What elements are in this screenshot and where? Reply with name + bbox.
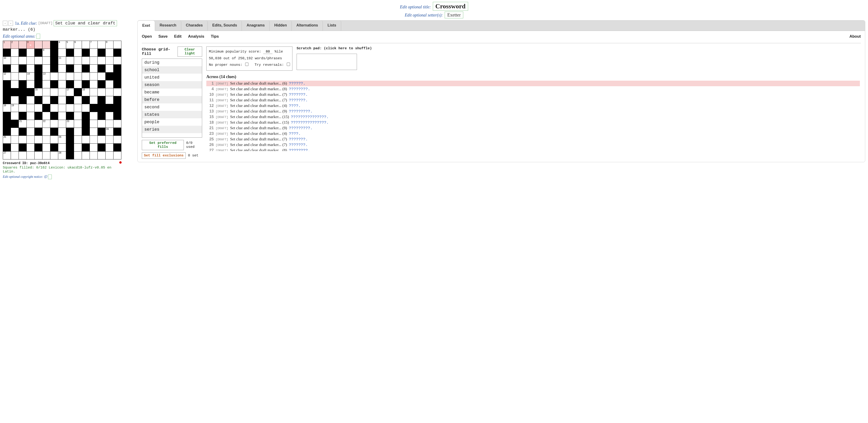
grid-cell[interactable]	[58, 88, 66, 96]
grid-cell[interactable]	[66, 65, 74, 73]
grid-cell[interactable]	[35, 96, 42, 104]
grid-cell[interactable]	[114, 57, 121, 65]
grid-cell[interactable]	[98, 112, 105, 120]
grid-cell[interactable]	[50, 80, 58, 88]
grid-cell[interactable]: 2	[11, 41, 19, 49]
grid-cell[interactable]	[105, 136, 114, 144]
grid-cell[interactable]	[66, 128, 74, 136]
grid-cell[interactable]	[98, 151, 105, 160]
grid-cell[interactable]	[50, 112, 58, 120]
grid-cell[interactable]: 5	[66, 41, 74, 49]
grid-cell[interactable]	[90, 73, 98, 80]
grid-cell[interactable]	[66, 80, 74, 88]
tab-research[interactable]: Research	[155, 21, 181, 31]
grid-cell[interactable]	[35, 120, 42, 128]
grid-cell[interactable]	[74, 151, 82, 160]
grid-cell[interactable]	[19, 136, 27, 144]
grid-cell[interactable]: 16	[82, 88, 90, 96]
grid-cell[interactable]	[82, 57, 90, 65]
grid-cell[interactable]	[58, 73, 66, 80]
clue-row[interactable]: 25[DRAFT]Set clue and clear draft marker…	[206, 136, 860, 142]
scratch-pad-input[interactable]	[297, 54, 357, 70]
grid-cell[interactable]	[98, 80, 105, 88]
word-suggestion[interactable]: school	[142, 66, 202, 74]
grid-cell[interactable]	[58, 128, 66, 136]
grid-cell[interactable]	[90, 80, 98, 88]
grid-cell[interactable]	[90, 151, 98, 160]
grid-cell[interactable]	[58, 112, 66, 120]
grid-cell[interactable]: 15	[35, 88, 42, 96]
word-suggestion[interactable]: before	[142, 96, 202, 104]
grid-cell[interactable]	[50, 41, 58, 49]
tab-exet[interactable]: Exet	[137, 21, 155, 31]
grid-cell[interactable]	[3, 96, 11, 104]
grid-cell[interactable]	[98, 144, 105, 151]
try-reversals-checkbox[interactable]	[287, 62, 290, 66]
grid-cell[interactable]	[19, 41, 27, 49]
grid-cell[interactable]	[90, 112, 98, 120]
grid-cell[interactable]	[98, 65, 105, 73]
grid-cell[interactable]	[82, 104, 90, 112]
grid-cell[interactable]: 12	[3, 73, 11, 80]
grid-cell[interactable]	[27, 112, 35, 120]
grid-cell[interactable]: 13	[42, 73, 50, 80]
grid-cell[interactable]: 28	[58, 151, 66, 160]
grid-cell[interactable]	[50, 104, 58, 112]
grid-cell[interactable]	[3, 49, 11, 57]
grid-cell[interactable]	[35, 65, 42, 73]
grid-cell[interactable]: 21	[19, 120, 27, 128]
grid-cell[interactable]	[114, 136, 121, 144]
grid-cell[interactable]	[27, 88, 35, 96]
grid-cell[interactable]	[98, 128, 105, 136]
grid-cell[interactable]	[90, 104, 98, 112]
tab-lists[interactable]: Lists	[323, 21, 341, 31]
grid-cell[interactable]	[90, 120, 98, 128]
grid-cell[interactable]	[42, 41, 50, 49]
grid-cell[interactable]: 7	[90, 41, 98, 49]
grid-cell[interactable]	[19, 112, 27, 120]
clue-row[interactable]: 4[DRAFT]Set clue and clear draft marker.…	[206, 86, 860, 92]
grid-cell[interactable]	[105, 151, 114, 160]
grid-cell[interactable]	[27, 151, 35, 160]
grid-cell[interactable]	[74, 96, 82, 104]
grid-cell[interactable]	[82, 112, 90, 120]
crossword-grid[interactable]: 12|▸345678910111214131517161819212223242…	[3, 41, 121, 160]
grid-cell[interactable]	[42, 96, 50, 104]
grid-cell[interactable]	[82, 128, 90, 136]
grid-cell[interactable]	[35, 136, 42, 144]
grid-cell[interactable]	[98, 96, 105, 104]
grid-cell[interactable]	[82, 41, 90, 49]
grid-cell[interactable]	[50, 96, 58, 104]
grid-cell[interactable]: 10	[3, 57, 11, 65]
grid-cell[interactable]: 24	[105, 128, 114, 136]
grid-cell[interactable]	[27, 128, 35, 136]
grid-cell[interactable]	[105, 88, 114, 96]
grid-cell[interactable]	[58, 65, 66, 73]
grid-cell[interactable]	[27, 65, 35, 73]
grid-cell[interactable]	[11, 80, 19, 88]
grid-cell[interactable]	[3, 120, 11, 128]
tab-charades[interactable]: Charades	[181, 21, 208, 31]
grid-cell[interactable]	[58, 144, 66, 151]
grid-cell[interactable]	[74, 80, 82, 88]
grid-cell[interactable]	[27, 96, 35, 104]
grid-cell[interactable]: 11	[58, 57, 66, 65]
grid-cell[interactable]	[19, 151, 27, 160]
menu-edit[interactable]: Edit	[174, 34, 182, 39]
clue-row[interactable]: 23[DRAFT]Set clue and clear draft marker…	[206, 131, 860, 136]
grid-cell[interactable]	[105, 112, 114, 120]
grid-cell[interactable]	[11, 120, 19, 128]
grid-cell[interactable]	[66, 112, 74, 120]
prev-clue-button[interactable]: ‹	[3, 21, 7, 26]
grid-cell[interactable]	[35, 144, 42, 151]
grid-cell[interactable]	[66, 104, 74, 112]
grid-cell[interactable]	[105, 144, 114, 151]
grid-cell[interactable]	[19, 57, 27, 65]
grid-cell[interactable]	[74, 144, 82, 151]
grid-cell[interactable]	[98, 73, 105, 80]
grid-cell[interactable]	[74, 88, 82, 96]
copyright-input[interactable]	[48, 174, 52, 179]
grid-cell[interactable]	[11, 57, 19, 65]
clue-row[interactable]: 11[DRAFT]Set clue and clear draft marker…	[206, 97, 860, 103]
grid-cell[interactable]	[27, 120, 35, 128]
